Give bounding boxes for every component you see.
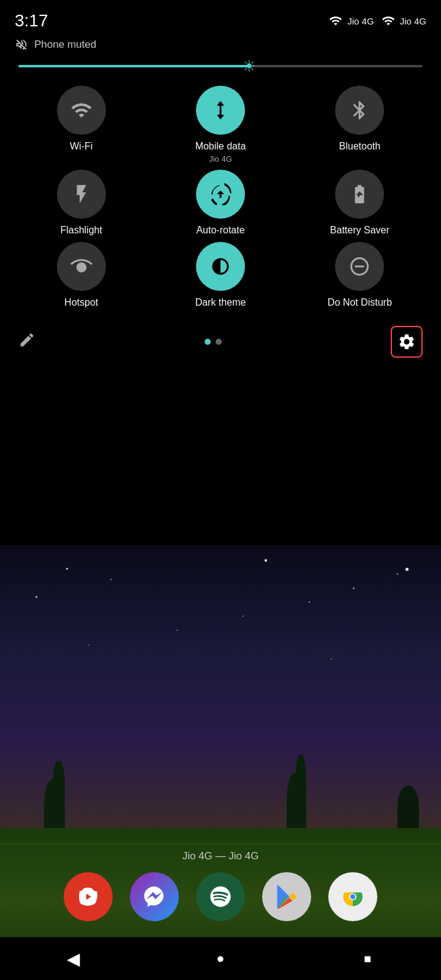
youtube-icon — [76, 884, 100, 909]
signal-label-1: Jio 4G — [347, 16, 374, 26]
brightness-fill — [18, 65, 249, 67]
app-play-store[interactable] — [262, 872, 311, 921]
auto-rotate-icon — [209, 183, 232, 205]
bluetooth-icon — [349, 99, 371, 121]
settings-button[interactable] — [391, 326, 423, 358]
dock-area: Jio 4G — Jio 4G — [0, 850, 441, 931]
mute-icon — [15, 38, 28, 51]
app-messenger[interactable] — [130, 872, 179, 921]
signal-group-1: Jio 4G — [329, 14, 374, 28]
app-spotify[interactable] — [196, 872, 245, 921]
tile-wifi[interactable]: Wi-Fi — [15, 86, 148, 164]
dark-theme-icon — [209, 255, 232, 277]
signal-label-2: Jio 4G — [400, 16, 426, 26]
recents-icon: ■ — [364, 952, 371, 966]
back-button[interactable]: ◀ — [55, 940, 92, 977]
tile-hotspot[interactable]: Hotspot — [15, 242, 148, 308]
flashlight-label: Flashlight — [60, 225, 102, 236]
do-not-disturb-label: Do Not Disturb — [328, 297, 392, 308]
recents-button[interactable]: ■ — [349, 940, 386, 977]
quick-settings-panel: 3:17 Jio 4G Jio 4G Phone muted — [0, 0, 441, 372]
pencil-icon — [18, 331, 36, 349]
wifi-icon — [70, 99, 92, 121]
brightness-sun-icon: ☀ — [242, 57, 256, 76]
dot-1 — [205, 339, 211, 345]
gear-icon — [398, 333, 416, 351]
auto-rotate-icon-circle[interactable] — [196, 170, 245, 219]
tile-auto-rotate[interactable]: Auto-rotate — [154, 170, 287, 236]
tiles-grid: Wi-Fi Mobile data Jio 4G Bluetooth — [0, 80, 441, 314]
dot-2 — [216, 339, 222, 345]
do-not-disturb-icon-circle[interactable] — [335, 242, 384, 291]
tile-mobile-data[interactable]: Mobile data Jio 4G — [154, 86, 287, 164]
sky — [0, 545, 441, 828]
signal-icon-1 — [329, 14, 342, 28]
spotify-icon — [208, 884, 233, 909]
svg-point-2 — [350, 894, 355, 899]
time-display: 3:17 — [15, 11, 48, 31]
battery-saver-icon — [349, 183, 371, 205]
tile-do-not-disturb[interactable]: Do Not Disturb — [293, 242, 426, 308]
dark-theme-label: Dark theme — [195, 297, 246, 308]
back-icon: ◀ — [67, 949, 80, 969]
bottom-bar — [0, 317, 441, 366]
wifi-label: Wi-Fi — [70, 141, 92, 152]
mute-label: Phone muted — [34, 39, 96, 51]
dark-theme-icon-circle[interactable] — [196, 242, 245, 291]
brightness-thumb[interactable]: ☀ — [238, 55, 260, 77]
bluetooth-label: Bluetooth — [339, 141, 381, 152]
dock-icons — [0, 872, 441, 921]
home-icon: ● — [216, 951, 224, 967]
brightness-slider[interactable]: ☀ — [18, 65, 423, 67]
status-right: Jio 4G Jio 4G — [329, 14, 426, 28]
tile-dark-theme[interactable]: Dark theme — [154, 242, 287, 308]
battery-saver-label: Battery Saver — [330, 225, 390, 236]
home-button[interactable]: ● — [202, 940, 239, 977]
signal-icon-2 — [382, 14, 395, 28]
bluetooth-icon-circle[interactable] — [335, 86, 384, 135]
flashlight-icon-circle[interactable] — [57, 170, 106, 219]
brightness-container[interactable]: ☀ — [0, 59, 441, 80]
mobile-data-label: Mobile data — [195, 141, 246, 152]
mobile-data-icon-circle[interactable] — [196, 86, 245, 135]
tile-bluetooth[interactable]: Bluetooth — [293, 86, 426, 164]
wifi-icon-circle[interactable] — [57, 86, 106, 135]
status-bar: 3:17 Jio 4G Jio 4G — [0, 0, 441, 36]
hotspot-icon — [70, 255, 92, 277]
tile-battery-saver[interactable]: Battery Saver — [293, 170, 426, 236]
edit-button[interactable] — [18, 331, 36, 352]
app-chrome[interactable] — [328, 872, 377, 921]
hotspot-label: Hotspot — [64, 297, 98, 308]
app-youtube[interactable] — [64, 872, 113, 921]
dock-status-text: Jio 4G — Jio 4G — [0, 850, 441, 862]
tile-flashlight[interactable]: Flashlight — [15, 170, 148, 236]
navigation-bar: ◀ ● ■ — [0, 937, 441, 980]
do-not-disturb-icon — [349, 255, 371, 277]
mobile-data-icon — [209, 99, 232, 121]
auto-rotate-label: Auto-rotate — [196, 225, 244, 236]
play-store-icon — [274, 884, 299, 909]
chrome-icon — [341, 884, 365, 909]
signal-group-2: Jio 4G — [382, 14, 426, 28]
notification-bar: Phone muted — [0, 36, 441, 59]
messenger-icon — [142, 884, 167, 909]
battery-saver-icon-circle[interactable] — [335, 170, 384, 219]
hotspot-icon-circle[interactable] — [57, 242, 106, 291]
flashlight-icon — [70, 183, 92, 205]
mobile-data-sublabel: Jio 4G — [209, 154, 232, 164]
page-dots — [205, 339, 222, 345]
